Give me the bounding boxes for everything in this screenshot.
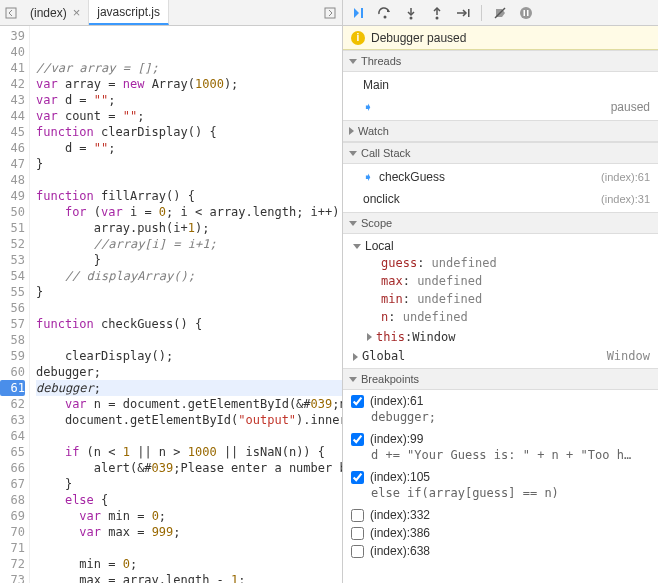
resume-button[interactable]: [347, 2, 371, 24]
pause-exceptions-button[interactable]: [514, 2, 538, 24]
svg-rect-0: [6, 8, 16, 18]
breakpoints-header[interactable]: Breakpoints: [343, 368, 658, 390]
section-label: Threads: [361, 55, 401, 67]
frame-location: (index):61: [601, 171, 650, 183]
breakpoint-location: (index):638: [370, 544, 430, 558]
thread-paused-row: ➧ paused: [343, 96, 658, 118]
frame-function: checkGuess: [379, 170, 445, 184]
breakpoint-checkbox[interactable]: [351, 527, 364, 540]
step-over-button[interactable]: [373, 2, 397, 24]
expand-icon: [353, 244, 361, 249]
current-frame-icon: ➧: [363, 170, 373, 184]
svg-rect-9: [524, 10, 526, 16]
svg-point-5: [436, 16, 439, 19]
scope-variable[interactable]: guess: undefined: [343, 256, 658, 274]
var-value: undefined: [417, 274, 482, 288]
breakpoint-row[interactable]: (index):99: [343, 430, 658, 448]
svg-rect-10: [527, 10, 529, 16]
svg-rect-1: [325, 8, 335, 18]
expand-icon: [349, 127, 354, 135]
section-label: Breakpoints: [361, 373, 419, 385]
tab-javascript[interactable]: javascript.js: [89, 0, 169, 25]
step-into-button[interactable]: [399, 2, 423, 24]
svg-point-4: [410, 16, 413, 19]
thread-main[interactable]: Main: [343, 74, 658, 96]
close-icon[interactable]: ×: [73, 5, 81, 20]
global-value: Window: [607, 349, 650, 363]
breakpoint-location: (index):99: [370, 432, 423, 446]
var-name: n: [381, 310, 388, 324]
scope-variable[interactable]: max: undefined: [343, 274, 658, 292]
svg-point-3: [384, 15, 387, 18]
var-value: undefined: [417, 292, 482, 306]
var-name: min: [381, 292, 403, 306]
section-label: Watch: [358, 125, 389, 137]
breakpoint-checkbox[interactable]: [351, 395, 364, 408]
step-out-button[interactable]: [425, 2, 449, 24]
callstack-frame[interactable]: onclick(index):31: [343, 188, 658, 210]
frame-location: (index):31: [601, 193, 650, 205]
breakpoint-location: (index):105: [370, 470, 430, 484]
breakpoint-location: (index):61: [370, 394, 423, 408]
debugger-toolbar: [343, 0, 658, 26]
paused-label: paused: [611, 100, 650, 114]
callstack-frame[interactable]: ➧checkGuess(index):61: [343, 166, 658, 188]
callstack-header[interactable]: Call Stack: [343, 142, 658, 164]
scope-variable[interactable]: n: undefined: [343, 310, 658, 328]
tab-label: javascript.js: [97, 5, 160, 19]
breakpoint-code: d += "Your Guess is: " + n + "Too high, …: [343, 448, 633, 468]
code-editor[interactable]: 3940414243444546474849505152535455565758…: [0, 26, 342, 583]
breakpoint-row[interactable]: (index):332: [343, 506, 658, 524]
breakpoint-row[interactable]: (index):638: [343, 542, 658, 560]
breakpoint-location: (index):386: [370, 526, 430, 540]
scope-header[interactable]: Scope: [343, 212, 658, 234]
expand-icon: [367, 333, 372, 341]
tab-index[interactable]: (index) ×: [22, 0, 89, 25]
deactivate-breakpoints-button[interactable]: [488, 2, 512, 24]
var-name: guess: [381, 256, 417, 270]
svg-rect-6: [468, 9, 470, 17]
breakpoint-checkbox[interactable]: [351, 509, 364, 522]
breakpoint-row[interactable]: (index):386: [343, 524, 658, 542]
scope-this[interactable]: this: Window: [343, 328, 658, 346]
watch-header[interactable]: Watch: [343, 120, 658, 142]
this-label: this: [376, 330, 405, 344]
more-tabs-button[interactable]: [318, 7, 342, 19]
arrow-icon: ➧: [363, 100, 373, 114]
global-label: Global: [362, 349, 405, 363]
breakpoint-checkbox[interactable]: [351, 545, 364, 558]
info-icon: i: [351, 31, 365, 45]
var-value: undefined: [432, 256, 497, 270]
breakpoint-location: (index):332: [370, 508, 430, 522]
expand-icon: [349, 151, 357, 156]
var-value: undefined: [403, 310, 468, 324]
tabs-nav-left[interactable]: [0, 0, 22, 25]
section-label: Call Stack: [361, 147, 411, 159]
debugger-status: i Debugger paused: [343, 26, 658, 50]
this-value: Window: [412, 330, 455, 344]
scope-local-header[interactable]: Local: [343, 236, 658, 256]
frame-function: onclick: [363, 192, 400, 206]
expand-icon: [349, 377, 357, 382]
code-lines: //var array = [];var array = new Array(1…: [30, 26, 342, 583]
scope-global[interactable]: Global Window: [343, 346, 658, 366]
breakpoint-row[interactable]: (index):105: [343, 468, 658, 486]
expand-icon: [349, 59, 357, 64]
scope-variable[interactable]: min: undefined: [343, 292, 658, 310]
line-gutter: 3940414243444546474849505152535455565758…: [0, 26, 30, 583]
svg-rect-2: [361, 8, 363, 18]
tab-label: (index): [30, 6, 67, 20]
expand-icon: [349, 221, 357, 226]
svg-point-8: [520, 7, 532, 19]
threads-header[interactable]: Threads: [343, 50, 658, 72]
section-label: Scope: [361, 217, 392, 229]
tabs-bar: (index) × javascript.js: [0, 0, 342, 26]
status-text: Debugger paused: [371, 31, 466, 45]
breakpoint-row[interactable]: (index):61: [343, 392, 658, 410]
breakpoint-checkbox[interactable]: [351, 433, 364, 446]
var-name: max: [381, 274, 403, 288]
breakpoint-checkbox[interactable]: [351, 471, 364, 484]
expand-icon: [353, 353, 358, 361]
local-label: Local: [365, 239, 394, 253]
step-button[interactable]: [451, 2, 475, 24]
